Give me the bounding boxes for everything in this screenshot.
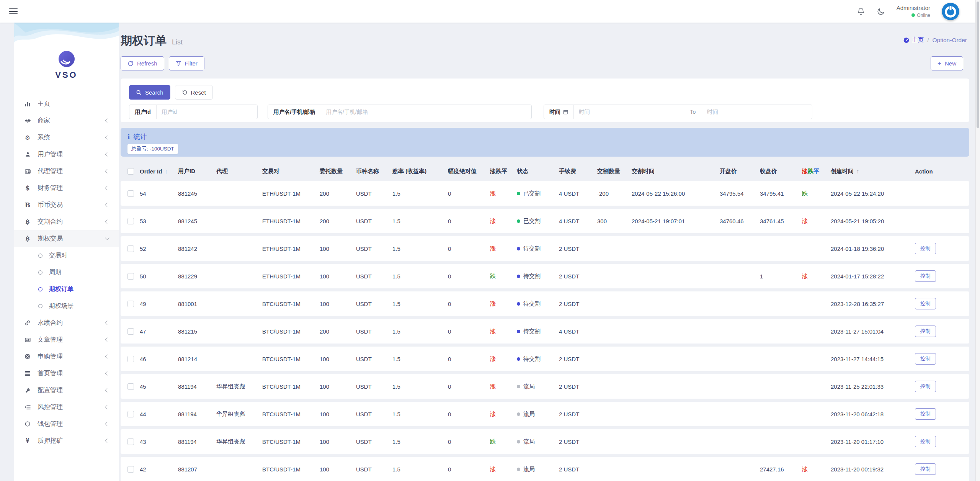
updown-value: 涨 — [490, 218, 496, 224]
user-icon — [23, 151, 32, 157]
search-button[interactable]: Search — [129, 85, 170, 100]
reset-button[interactable]: Reset — [175, 85, 213, 100]
sidebar-item-11[interactable]: 申购管理 — [14, 348, 119, 365]
cell-user_id: 881214 — [178, 356, 216, 362]
time-to-input[interactable] — [702, 105, 812, 119]
page-head: 期权订单 List 主页 / Option-Order — [121, 33, 969, 49]
row-checkbox[interactable] — [127, 301, 134, 307]
col-header-order_id[interactable]: Order Id↑ — [140, 168, 178, 175]
sidebar: VSO 主页商家⚙系统用户管理代理管理$财务管理B币币交易B交割合约B期权交易交… — [14, 23, 119, 481]
cell-fee: 2 USDT — [559, 356, 597, 362]
search-panel: Search Reset 用户Id 用户名/手机/邮箱 — [121, 79, 969, 122]
cell-odds: 1.5 — [392, 356, 448, 362]
sidebar-subitem-期权订单[interactable]: 期权订单 — [14, 281, 119, 298]
cell-created_at: 2024-01-17 15:28:22 — [831, 273, 915, 280]
control-button[interactable]: 控制 — [915, 353, 936, 365]
refresh-button[interactable]: Refresh — [121, 56, 164, 70]
sidebar-item-15[interactable]: 钱包管理 — [14, 416, 119, 432]
row-checkbox[interactable] — [127, 245, 134, 252]
sidebar-item-8[interactable]: B期权交易 — [14, 230, 119, 247]
row-checkbox[interactable] — [127, 356, 134, 362]
dark-mode-moon-icon[interactable] — [877, 7, 885, 16]
updown-value: 涨 — [802, 273, 808, 279]
table-row: 43881194华昇组丧彪BTC/USDT-1M100USDT1.50跌流局2 … — [121, 429, 969, 454]
hamburger-menu-icon[interactable] — [9, 8, 18, 15]
sidebar-item-3[interactable]: 用户管理 — [14, 146, 119, 163]
updown-value: 跌 — [802, 190, 808, 196]
chevron-left-icon — [105, 438, 109, 443]
info-icon: i — [127, 133, 130, 141]
page-subtitle: List — [172, 38, 183, 46]
sidebar-subitem-周期[interactable]: 周期 — [14, 264, 119, 281]
breadcrumb-home-link[interactable]: 主页 — [903, 36, 924, 44]
status-label: 流局 — [523, 411, 535, 418]
sidebar-subitem-交易对[interactable]: 交易对 — [14, 247, 119, 264]
status-badge: 待交割 — [517, 245, 557, 252]
sidebar-item-2[interactable]: ⚙系统 — [14, 129, 119, 146]
control-button[interactable]: 控制 — [915, 381, 936, 392]
col-header-close_price: 收盘价 — [760, 168, 802, 175]
sidebar-item-12[interactable]: 首页管理 — [14, 365, 119, 382]
row-checkbox[interactable] — [127, 273, 134, 280]
cell-updown: 涨 — [490, 328, 517, 335]
cell-action: 控制 — [915, 408, 963, 420]
row-checkbox[interactable] — [127, 466, 134, 473]
control-button[interactable]: 控制 — [915, 463, 936, 475]
cell-action: 控制 — [915, 353, 963, 365]
cell-agent: 华昇组丧彪 — [216, 411, 262, 418]
cell-created_at: 2024-05-21 19:05:20 — [831, 218, 915, 224]
cell-action: 控制 — [915, 270, 963, 282]
scrollbar-thumb[interactable] — [977, 2, 979, 128]
sidebar-item-0[interactable]: 主页 — [14, 95, 119, 112]
sidebar-item-13[interactable]: 配置管理 — [14, 382, 119, 399]
sidebar-item-9[interactable]: 永续合约 — [14, 314, 119, 331]
user-menu[interactable]: Administrator Online — [897, 4, 930, 18]
chart-bars-icon — [23, 101, 32, 107]
row-checkbox[interactable] — [127, 190, 134, 197]
user-id-input[interactable] — [157, 105, 257, 119]
row-checkbox[interactable] — [127, 328, 134, 335]
cell-created_at: 2023-11-25 22:01:33 — [831, 383, 915, 390]
control-button[interactable]: 控制 — [915, 326, 936, 337]
col-header-created_at[interactable]: 创建时间↑ — [831, 168, 915, 175]
control-button[interactable]: 控制 — [915, 408, 936, 420]
new-button[interactable]: + New — [931, 56, 963, 70]
sidebar-item-5[interactable]: $财务管理 — [14, 180, 119, 196]
vertical-scrollbar[interactable] — [975, 0, 980, 481]
cell-order_id: 43 — [140, 438, 178, 445]
control-button[interactable]: 控制 — [915, 270, 936, 282]
status-dot-icon — [517, 247, 520, 250]
sidebar-subitem-期权场景[interactable]: 期权场景 — [14, 298, 119, 314]
row-checkbox[interactable] — [127, 383, 134, 390]
select-all-checkbox[interactable] — [127, 168, 134, 175]
row-checkbox[interactable] — [127, 411, 134, 417]
plus-icon: + — [938, 60, 941, 67]
cell-result: 涨 — [802, 466, 831, 473]
sidebar-item-1[interactable]: 商家 — [14, 112, 119, 129]
time-from-input[interactable] — [574, 105, 684, 119]
control-button[interactable]: 控制 — [915, 298, 936, 309]
cell-action: 控制 — [915, 298, 963, 309]
cell-range: 0 — [448, 245, 490, 252]
row-checkbox[interactable] — [127, 438, 134, 445]
sidebar-item-4[interactable]: 代理管理 — [14, 163, 119, 180]
cell-range: 0 — [448, 356, 490, 362]
filter-button[interactable]: Filter — [169, 56, 204, 70]
bell-icon[interactable] — [857, 7, 865, 16]
sidebar-item-14[interactable]: 风控管理 — [14, 399, 119, 416]
cell-fee: 4 USDT — [559, 218, 597, 224]
user-name-input[interactable] — [321, 105, 531, 119]
control-button[interactable]: 控制 — [915, 436, 936, 447]
cell-created_at: 2023-12-28 16:35:27 — [831, 301, 915, 307]
cell-coin: USDT — [356, 190, 392, 197]
row-checkbox[interactable] — [127, 218, 134, 224]
sidebar-item-10[interactable]: 文章管理 — [14, 331, 119, 348]
sidebar-item-6[interactable]: B币币交易 — [14, 196, 119, 213]
vso-logo-icon — [59, 51, 75, 67]
sidebar-item-16[interactable]: ¥质押挖矿 — [14, 432, 119, 449]
online-dot-icon — [911, 13, 915, 17]
updown-value: 涨 — [490, 328, 496, 334]
avatar[interactable] — [942, 3, 959, 20]
sidebar-item-7[interactable]: B交割合约 — [14, 213, 119, 230]
control-button[interactable]: 控制 — [915, 243, 936, 254]
